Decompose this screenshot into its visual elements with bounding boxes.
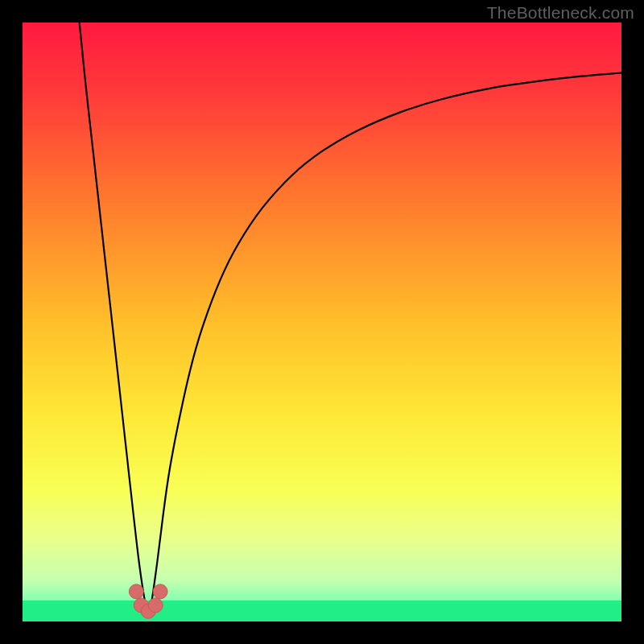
- watermark-text: TheBottleneck.com: [487, 3, 634, 23]
- chart-plot-area: [23, 23, 621, 621]
- chart-frame: TheBottleneck.com: [0, 0, 644, 644]
- curve-marker-dot: [153, 584, 167, 599]
- curve-marker-dot: [129, 584, 143, 599]
- chart-green-band: [23, 601, 621, 621]
- curve-marker-dot: [148, 598, 163, 613]
- chart-svg: [23, 23, 621, 621]
